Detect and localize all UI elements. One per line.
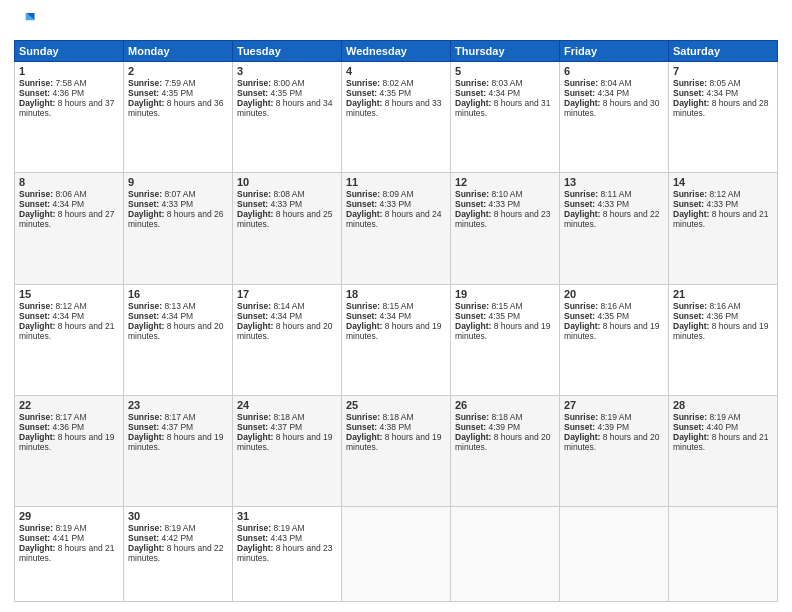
sunrise-label: Sunrise: — [128, 189, 164, 199]
sunset-label: Sunset: — [237, 311, 271, 321]
sunset-time: 4:40 PM — [707, 422, 739, 432]
day-number: 11 — [346, 176, 446, 188]
header-row: SundayMondayTuesdayWednesdayThursdayFrid… — [15, 41, 778, 62]
sunset-label: Sunset: — [346, 311, 380, 321]
sunset-label: Sunset: — [455, 88, 489, 98]
sunset-time: 4:36 PM — [53, 422, 85, 432]
day-number: 18 — [346, 288, 446, 300]
sunrise-label: Sunrise: — [128, 301, 164, 311]
daylight-label: Daylight: — [564, 432, 603, 442]
sunrise-label: Sunrise: — [564, 301, 600, 311]
day-number: 5 — [455, 65, 555, 77]
sunset-label: Sunset: — [346, 88, 380, 98]
calendar-cell: 26 Sunrise: 8:18 AM Sunset: 4:39 PM Dayl… — [451, 395, 560, 506]
sunrise-time: 8:12 AM — [55, 301, 86, 311]
sunrise-time: 8:07 AM — [164, 189, 195, 199]
sunset-label: Sunset: — [673, 88, 707, 98]
sunrise-label: Sunrise: — [19, 523, 55, 533]
daylight-label: Daylight: — [455, 209, 494, 219]
day-number: 12 — [455, 176, 555, 188]
sunrise-time: 8:03 AM — [491, 78, 522, 88]
sunrise-label: Sunrise: — [237, 189, 273, 199]
calendar-cell: 31 Sunrise: 8:19 AM Sunset: 4:43 PM Dayl… — [233, 507, 342, 602]
sunset-label: Sunset: — [455, 311, 489, 321]
day-number: 20 — [564, 288, 664, 300]
logo — [14, 10, 40, 32]
day-number: 13 — [564, 176, 664, 188]
calendar-cell: 25 Sunrise: 8:18 AM Sunset: 4:38 PM Dayl… — [342, 395, 451, 506]
calendar-cell: 5 Sunrise: 8:03 AM Sunset: 4:34 PM Dayli… — [451, 62, 560, 173]
sunrise-label: Sunrise: — [19, 78, 55, 88]
calendar-cell: 10 Sunrise: 8:08 AM Sunset: 4:33 PM Dayl… — [233, 173, 342, 284]
week-row-4: 22 Sunrise: 8:17 AM Sunset: 4:36 PM Dayl… — [15, 395, 778, 506]
sunrise-label: Sunrise: — [346, 189, 382, 199]
sunrise-label: Sunrise: — [564, 412, 600, 422]
sunset-label: Sunset: — [19, 311, 53, 321]
sunrise-time: 8:18 AM — [273, 412, 304, 422]
header-cell-wednesday: Wednesday — [342, 41, 451, 62]
page: SundayMondayTuesdayWednesdayThursdayFrid… — [0, 0, 792, 612]
sunrise-label: Sunrise: — [346, 301, 382, 311]
sunrise-time: 8:08 AM — [273, 189, 304, 199]
daylight-label: Daylight: — [237, 98, 276, 108]
day-number: 23 — [128, 399, 228, 411]
sunrise-time: 8:06 AM — [55, 189, 86, 199]
daylight-label: Daylight: — [128, 98, 167, 108]
sunset-time: 4:41 PM — [53, 533, 85, 543]
sunset-time: 4:34 PM — [707, 88, 739, 98]
sunrise-time: 8:17 AM — [55, 412, 86, 422]
daylight-label: Daylight: — [19, 98, 58, 108]
daylight-label: Daylight: — [237, 209, 276, 219]
sunrise-time: 8:18 AM — [382, 412, 413, 422]
sunset-label: Sunset: — [237, 88, 271, 98]
calendar-cell: 23 Sunrise: 8:17 AM Sunset: 4:37 PM Dayl… — [124, 395, 233, 506]
sunrise-time: 8:02 AM — [382, 78, 413, 88]
sunset-time: 4:39 PM — [489, 422, 521, 432]
calendar-cell: 4 Sunrise: 8:02 AM Sunset: 4:35 PM Dayli… — [342, 62, 451, 173]
calendar-cell — [560, 507, 669, 602]
sunrise-label: Sunrise: — [673, 301, 709, 311]
sunrise-time: 8:12 AM — [709, 189, 740, 199]
sunset-label: Sunset: — [564, 88, 598, 98]
sunrise-label: Sunrise: — [455, 189, 491, 199]
sunrise-label: Sunrise: — [564, 189, 600, 199]
day-number: 2 — [128, 65, 228, 77]
sunset-time: 4:34 PM — [271, 311, 303, 321]
sunset-time: 4:36 PM — [707, 311, 739, 321]
sunrise-label: Sunrise: — [346, 78, 382, 88]
sunrise-time: 8:18 AM — [491, 412, 522, 422]
calendar-cell: 11 Sunrise: 8:09 AM Sunset: 4:33 PM Dayl… — [342, 173, 451, 284]
sunrise-time: 8:00 AM — [273, 78, 304, 88]
daylight-label: Daylight: — [455, 432, 494, 442]
calendar-cell — [669, 507, 778, 602]
sunrise-time: 8:16 AM — [600, 301, 631, 311]
day-number: 1 — [19, 65, 119, 77]
sunset-time: 4:34 PM — [162, 311, 194, 321]
sunrise-label: Sunrise: — [128, 412, 164, 422]
calendar-cell — [342, 507, 451, 602]
calendar-cell: 20 Sunrise: 8:16 AM Sunset: 4:35 PM Dayl… — [560, 284, 669, 395]
sunset-label: Sunset: — [237, 422, 271, 432]
sunset-label: Sunset: — [19, 422, 53, 432]
daylight-label: Daylight: — [455, 98, 494, 108]
sunrise-time: 8:04 AM — [600, 78, 631, 88]
sunrise-time: 8:15 AM — [382, 301, 413, 311]
header-cell-sunday: Sunday — [15, 41, 124, 62]
sunset-time: 4:39 PM — [598, 422, 630, 432]
sunset-time: 4:34 PM — [598, 88, 630, 98]
week-row-3: 15 Sunrise: 8:12 AM Sunset: 4:34 PM Dayl… — [15, 284, 778, 395]
calendar-cell: 12 Sunrise: 8:10 AM Sunset: 4:33 PM Dayl… — [451, 173, 560, 284]
day-number: 17 — [237, 288, 337, 300]
daylight-label: Daylight: — [128, 209, 167, 219]
sunrise-time: 8:10 AM — [491, 189, 522, 199]
sunset-time: 4:34 PM — [53, 199, 85, 209]
calendar-cell: 14 Sunrise: 8:12 AM Sunset: 4:33 PM Dayl… — [669, 173, 778, 284]
calendar-cell: 1 Sunrise: 7:58 AM Sunset: 4:36 PM Dayli… — [15, 62, 124, 173]
sunset-time: 4:33 PM — [598, 199, 630, 209]
calendar-cell: 2 Sunrise: 7:59 AM Sunset: 4:35 PM Dayli… — [124, 62, 233, 173]
sunset-time: 4:34 PM — [53, 311, 85, 321]
daylight-label: Daylight: — [237, 543, 276, 553]
day-number: 21 — [673, 288, 773, 300]
sunrise-label: Sunrise: — [455, 412, 491, 422]
daylight-label: Daylight: — [128, 543, 167, 553]
